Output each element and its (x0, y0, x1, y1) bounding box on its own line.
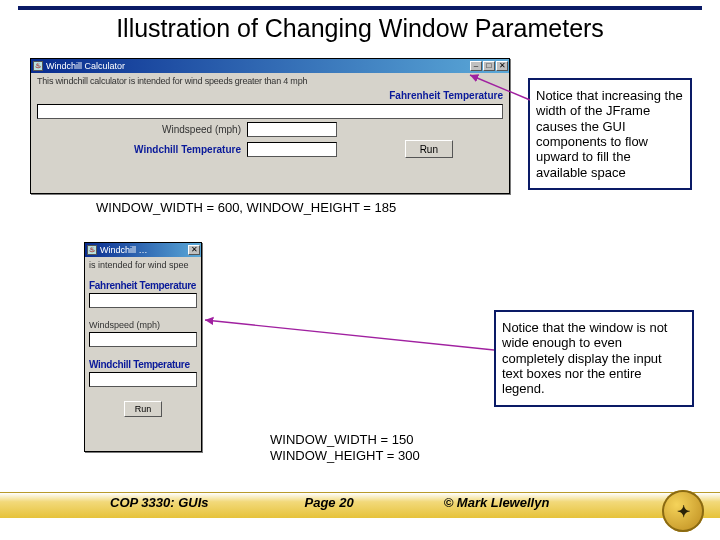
fahrenheit-input[interactable] (37, 104, 503, 119)
footer: COP 3330: GUIs Page 20 © Mark Llewellyn (0, 495, 720, 510)
svg-line-1 (205, 320, 494, 350)
footer-page: Page 20 (305, 495, 354, 510)
note-box-wide: Notice that increasing the width of the … (528, 78, 692, 190)
ucf-logo-icon: ✦ (662, 490, 704, 532)
footer-copyright: © Mark Llewellyn (444, 495, 550, 510)
run-button[interactable]: Run (124, 401, 163, 417)
fahrenheit-input[interactable] (89, 293, 197, 308)
window-title-label: Windchill Calculator (46, 61, 125, 71)
close-icon[interactable]: ✕ (188, 245, 200, 255)
close-icon[interactable]: ✕ (496, 61, 508, 71)
legend-text: This windchill calculator is intended fo… (37, 76, 503, 86)
windchill-output (247, 142, 337, 157)
titlebar: ♨ Windchill … ✕ (85, 243, 201, 257)
windchill-label: Windchill Temperature (89, 359, 197, 370)
run-button[interactable]: Run (405, 140, 453, 158)
windchill-label: Windchill Temperature (37, 144, 247, 155)
top-rule (18, 6, 702, 10)
legend-text-cropped: is intended for wind spee (89, 260, 197, 270)
windspeed-input[interactable] (247, 122, 337, 137)
java-cup-icon: ♨ (87, 245, 97, 255)
fahrenheit-label: Fahrenheit Temperature (89, 280, 197, 291)
page-title: Illustration of Changing Window Paramete… (0, 14, 720, 43)
windspeed-input[interactable] (89, 332, 197, 347)
fahrenheit-label: Fahrenheit Temperature (389, 90, 503, 101)
narrow-window-caption: WINDOW_WIDTH = 150 WINDOW_HEIGHT = 300 (270, 432, 420, 463)
windchill-window-wide: ♨ Windchill Calculator – □ ✕ This windch… (30, 58, 510, 194)
minimize-icon[interactable]: – (470, 61, 482, 71)
java-cup-icon: ♨ (33, 61, 43, 71)
wide-window-caption: WINDOW_WIDTH = 600, WINDOW_HEIGHT = 185 (96, 200, 396, 215)
maximize-icon[interactable]: □ (483, 61, 495, 71)
titlebar: ♨ Windchill Calculator – □ ✕ (31, 59, 509, 73)
footer-course: COP 3330: GUIs (110, 495, 209, 510)
window-title-label: Windchill … (100, 245, 148, 255)
windchill-window-narrow: ♨ Windchill … ✕ is intended for wind spe… (84, 242, 202, 452)
windspeed-label: Windspeed (mph) (37, 124, 247, 135)
note-box-narrow: Notice that the window is not wide enoug… (494, 310, 694, 407)
windspeed-label: Windspeed (mph) (89, 320, 197, 330)
windchill-output (89, 372, 197, 387)
